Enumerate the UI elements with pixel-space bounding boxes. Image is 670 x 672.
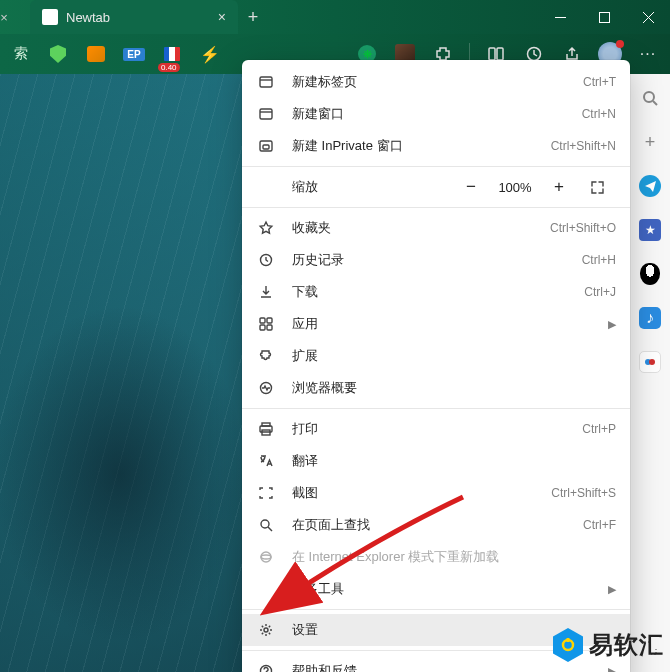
menu-label: 在页面上查找 [292,516,583,534]
gear-icon [258,622,282,638]
flag-extension-icon[interactable]: 0.40 [156,38,188,70]
menu-label: 应用 [292,315,608,333]
svg-rect-1 [599,12,609,22]
menu-print[interactable]: 打印 Ctrl+P [242,413,630,445]
menu-shortcut: Ctrl+Shift+S [551,486,616,500]
translate-icon [258,453,282,469]
menu-label: 帮助和反馈 [292,662,608,672]
svg-line-27 [268,527,272,531]
sidebar-star-app-icon[interactable]: ★ [636,216,664,244]
print-icon [258,421,282,437]
svg-point-10 [649,359,655,365]
menu-translate[interactable]: 翻译 [242,445,630,477]
menu-shortcut: Ctrl+F [583,518,616,532]
window-controls [538,2,670,32]
menu-extensions[interactable]: 扩展 [242,340,630,372]
menu-shortcut: Ctrl+P [582,422,616,436]
menu-shortcut: Ctrl+T [583,75,616,89]
sidebar-cloud-icon[interactable] [636,348,664,376]
menu-label: 历史记录 [292,251,582,269]
menu-new-tab[interactable]: 新建标签页 Ctrl+T [242,66,630,98]
history-icon [258,252,282,268]
menu-shortcut: Ctrl+Shift+N [551,139,616,153]
menu-essentials[interactable]: 浏览器概要 [242,372,630,404]
menu-label: 新建标签页 [292,73,583,91]
menu-screenshot[interactable]: 截图 Ctrl+Shift+S [242,477,630,509]
shield-icon[interactable] [42,38,74,70]
puzzle-icon [258,348,282,364]
menu-favorites[interactable]: 收藏夹 Ctrl+Shift+O [242,212,630,244]
right-sidebar: + ★ ♪ [630,74,670,672]
menu-shortcut: Ctrl+Shift+O [550,221,616,235]
menu-zoom-row: 缩放 − 100% + [242,171,630,203]
svg-rect-13 [260,109,272,119]
menu-label: 截图 [292,484,551,502]
sidebar-music-icon[interactable]: ♪ [636,304,664,332]
tab-close-icon[interactable]: × [218,9,226,25]
svg-point-28 [261,552,271,562]
runner-extension-icon[interactable]: ⚡ [194,38,226,70]
svg-rect-16 [263,145,269,149]
menu-new-inprivate[interactable]: 新建 InPrivate 窗口 Ctrl+Shift+N [242,130,630,162]
menu-apps[interactable]: 应用 ▶ [242,308,630,340]
sidebar-telegram-icon[interactable] [636,172,664,200]
svg-rect-4 [489,48,495,60]
menu-separator [242,166,630,167]
svg-rect-11 [260,77,272,87]
menu-separator [242,609,630,610]
sidebar-search-icon[interactable] [636,84,664,112]
fox-extension-icon[interactable] [80,38,112,70]
svg-point-7 [644,92,654,102]
settings-menu: 新建标签页 Ctrl+T 新建窗口 Ctrl+N 新建 InPrivate 窗口… [242,60,630,672]
menu-label: 打印 [292,420,582,438]
svg-rect-20 [260,325,265,330]
menu-shortcut: Ctrl+H [582,253,616,267]
sidebar-penguin-icon[interactable] [636,260,664,288]
zoom-value: 100% [490,180,540,195]
menu-label: 更多工具 [292,580,608,598]
menu-label: 浏览器概要 [292,379,616,397]
svg-point-31 [261,666,272,673]
watermark-text: 易软汇 [589,629,664,661]
menu-history[interactable]: 历史记录 Ctrl+H [242,244,630,276]
new-tab-button[interactable]: + [238,7,268,28]
menu-find[interactable]: 在页面上查找 Ctrl+F [242,509,630,541]
find-icon [258,517,282,533]
watermark: 易软汇 [553,628,664,662]
more-button[interactable]: ··· [632,38,664,70]
menu-separator [242,408,630,409]
menu-downloads[interactable]: 下载 Ctrl+J [242,276,630,308]
maximize-button[interactable] [582,2,626,32]
sidebar-add-icon[interactable]: + [636,128,664,156]
new-window-icon [258,106,282,122]
zoom-label: 缩放 [292,178,318,196]
zoom-out-button[interactable]: − [452,173,490,201]
zoom-in-button[interactable]: + [540,173,578,201]
menu-label: 扩展 [292,347,616,365]
menu-label: 在 Internet Explorer 模式下重新加载 [292,548,616,566]
apps-icon [258,316,282,332]
search-label: 索 [6,45,36,63]
screenshot-icon [258,485,282,501]
new-tab-icon [258,74,282,90]
chevron-right-icon: ▶ [608,318,616,331]
fullscreen-button[interactable] [578,173,616,201]
active-tab[interactable]: Newtab × [30,0,238,34]
close-window-button[interactable] [626,2,670,32]
menu-label: 收藏夹 [292,219,550,237]
menu-separator [242,207,630,208]
svg-rect-5 [497,48,503,60]
tab-close-prev[interactable]: × [0,2,8,32]
svg-point-29 [261,555,271,559]
minimize-button[interactable] [538,2,582,32]
tab-title: Newtab [66,10,110,25]
menu-new-window[interactable]: 新建窗口 Ctrl+N [242,98,630,130]
extension-badge: 0.40 [158,63,180,72]
menu-label: 下载 [292,283,584,301]
ep-extension-icon[interactable]: EP [118,38,150,70]
svg-point-30 [264,628,268,632]
svg-rect-18 [260,318,265,323]
inprivate-icon [258,138,282,154]
tab-favicon [42,9,58,25]
menu-more-tools[interactable]: 更多工具 ▶ [242,573,630,605]
